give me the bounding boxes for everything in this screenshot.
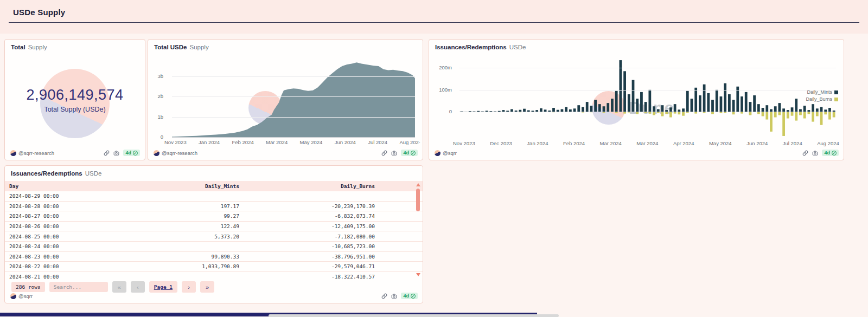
gridline (459, 90, 836, 90)
scroll-up-arrow-icon[interactable] (416, 183, 420, 186)
next-page-button[interactable]: › (182, 281, 196, 293)
x-axis-tick: Mar 2024 (636, 140, 658, 146)
table-header-row: Day Daily_Mints Daily_Burns (5, 181, 423, 191)
check-icon: ✓ (411, 294, 416, 299)
refresh-age-badge[interactable]: 4d ✓ (401, 293, 418, 299)
page-title: USDe Supply (13, 8, 65, 17)
refresh-age-badge[interactable]: 4d ✓ (123, 150, 140, 156)
x-axis-tick: Feb 2024 (563, 140, 585, 146)
x-axis-tick: Aug 202· (399, 139, 420, 145)
x-axis-tick: Aug 2024 (817, 140, 839, 146)
table-body: 2024-08-29 00:002024-08-28 00:00197.17-2… (5, 191, 423, 279)
scrollbar-thumb[interactable] (416, 189, 420, 211)
area-chart-plot (172, 58, 415, 137)
first-page-button[interactable]: « (112, 281, 126, 293)
x-axis: Nov 2023Jan 2024Feb 2024Mar 2024May 2024… (164, 139, 420, 145)
bar-chart-svg (459, 57, 836, 138)
column-header-day[interactable]: Day (5, 183, 131, 189)
dashboard-header: USDe Supply (0, 0, 868, 34)
author-link[interactable]: @sqrr (435, 150, 457, 156)
check-icon: ✓ (411, 151, 416, 156)
link-icon[interactable] (104, 150, 110, 156)
x-axis-tick: Mar 2024 (266, 139, 288, 145)
refresh-age-badge[interactable]: 4d ✓ (822, 150, 839, 156)
y-axis-tick: 3b (157, 73, 163, 79)
dune-logo-icon (435, 150, 441, 156)
table-cell: -6,832,073.74 (239, 213, 375, 219)
x-axis-tick: Nov 2023 (164, 139, 187, 145)
author-link[interactable]: @sqrr-research (10, 150, 54, 156)
table-cell: 122.49 (131, 223, 239, 229)
column-header-mints[interactable]: Daily_Mints (131, 183, 239, 189)
check-icon: ✓ (832, 151, 837, 156)
legend-item[interactable]: Daily_Burns (806, 96, 838, 102)
check-icon: ✓ (133, 151, 138, 156)
table-cell: 99,890.33 (131, 254, 239, 260)
total-supply-caption: Total Supply (USDe) (44, 106, 105, 113)
y-axis-tick: 0 (161, 134, 163, 140)
x-axis-tick: Apr 2024 (673, 140, 694, 146)
counter-body: 2,906,149,574 Total Supply (USDe) (5, 40, 145, 160)
table-cell: 2024-08-21 00:00 (5, 274, 131, 279)
table-row: 2024-08-24 00:00-10,685,723.00 (5, 242, 423, 252)
table-cell: 5,373.20 (131, 234, 239, 240)
table-cell: 1,033,790.89 (131, 263, 239, 269)
author-link[interactable]: @sqrr-research (154, 150, 197, 156)
table-cell: -18,322,410.57 (239, 274, 375, 279)
x-axis-tick: Jul 2024 (783, 140, 802, 146)
x-axis-tick: Dec 2023 (490, 140, 512, 146)
table-cell: -20,239,170.39 (239, 203, 375, 209)
total-supply-value: 2,906,149,574 (26, 87, 123, 103)
legend-swatch (834, 98, 838, 101)
dune-logo-icon (10, 150, 16, 156)
data-table: Day Daily_Mints Daily_Burns 2024-08-29 0… (5, 181, 423, 279)
link-icon[interactable] (381, 150, 387, 156)
last-page-button[interactable]: » (200, 281, 214, 293)
author-link[interactable]: @sqrr (10, 293, 33, 299)
table-cell: 197.17 (131, 203, 239, 209)
dune-logo-icon (10, 293, 16, 299)
table-row: 2024-08-28 00:00197.17-20,239,170.39 (5, 202, 423, 212)
panel-total-usde-supply-chart: Total USDeSupply Dune 3b2b1b0 Nov 2023Ja… (148, 39, 423, 160)
table-cell: 2024-08-23 00:00 (5, 254, 131, 260)
prev-page-button[interactable]: ‹ (131, 281, 145, 293)
area-chart-svg (172, 58, 415, 137)
link-icon[interactable] (381, 293, 387, 299)
legend-label: Daily_Mints (807, 89, 832, 95)
y-axis-tick: 200m (439, 64, 452, 70)
y-axis-tick: 100m (439, 87, 452, 93)
link-icon[interactable] (802, 150, 808, 156)
table-cell: 2024-08-26 00:00 (5, 223, 131, 229)
camera-icon[interactable] (812, 150, 818, 156)
table-row: 2024-08-23 00:0099,890.33-38,796,951.00 (5, 252, 423, 262)
column-header-burns[interactable]: Daily_Burns (239, 183, 375, 189)
legend-item[interactable]: Daily_Mints (807, 89, 838, 95)
x-axis-tick: Jul 2024 (368, 139, 387, 145)
x-axis-tick: Mar 2024 (600, 140, 622, 146)
table-cell: -38,796,951.00 (239, 254, 375, 260)
table-cell: -10,685,723.00 (239, 243, 375, 249)
legend-swatch (834, 90, 838, 94)
widget-title-link[interactable]: Total USDeSupply (154, 44, 209, 50)
current-page-button[interactable]: Page 1 (149, 281, 177, 293)
scroll-down-arrow-icon[interactable] (416, 273, 420, 276)
dune-watermark-circle (40, 69, 110, 138)
widget-title-link[interactable]: Issuances/RedemptionsUSDe (435, 44, 526, 50)
camera-icon[interactable] (391, 293, 397, 299)
search-input[interactable] (49, 282, 108, 292)
x-axis-line (459, 112, 836, 112)
table-cell: 2024-08-29 00:00 (5, 193, 131, 199)
camera-icon[interactable] (391, 150, 397, 156)
y-axis: 200m100m0 (437, 57, 455, 138)
dune-logo-icon (154, 150, 159, 156)
table-scrollbar[interactable] (416, 183, 421, 276)
camera-icon[interactable] (113, 150, 119, 156)
x-axis-tick: Jun 2024 (335, 139, 356, 145)
table-row: 2024-08-26 00:00122.49-12,409,175.00 (5, 222, 423, 232)
panel-footer: @sqrr 4d ✓ (10, 292, 418, 300)
horizontal-scrollbar-thumb[interactable] (269, 314, 559, 317)
refresh-age-badge[interactable]: 4d ✓ (401, 150, 418, 156)
table-row: 2024-08-29 00:00 (5, 191, 423, 202)
widget-title-link[interactable]: Issuances/RedemptionsUSDe (11, 170, 101, 177)
table-cell: 2024-08-28 00:00 (5, 203, 131, 209)
